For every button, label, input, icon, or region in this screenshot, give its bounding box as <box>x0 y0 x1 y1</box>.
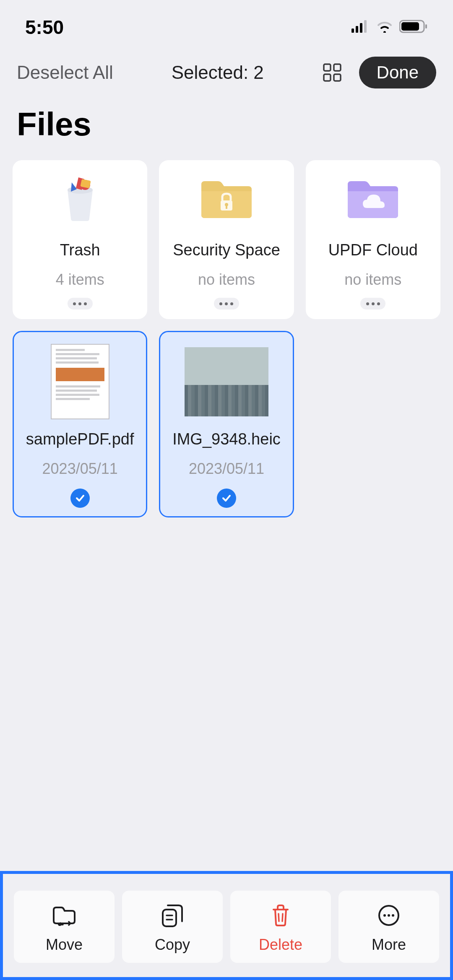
svg-rect-9 <box>324 74 331 81</box>
selected-check-icon[interactable] <box>217 489 236 508</box>
file-card-samplepdf[interactable]: samplePDF.pdf 2023/05/11 <box>13 331 147 517</box>
ellipsis-icon <box>73 302 87 305</box>
file-date: 2023/05/11 <box>189 460 264 478</box>
more-button[interactable] <box>214 298 239 309</box>
svg-rect-1 <box>356 26 358 33</box>
folder-card-cloud[interactable]: UPDF Cloud no items <box>306 160 440 319</box>
file-name: samplePDF.pdf <box>26 430 134 448</box>
cloud-folder-icon <box>339 173 406 224</box>
folder-name: Trash <box>60 241 100 259</box>
svg-rect-3 <box>364 20 367 33</box>
delete-icon <box>268 902 294 928</box>
status-bar: 5:50 <box>0 0 453 48</box>
svg-line-20 <box>279 914 279 921</box>
bottom-action-frame: Move Copy <box>0 871 453 980</box>
svg-rect-10 <box>334 74 341 81</box>
file-card-img9348[interactable]: IMG_9348.heic 2023/05/11 <box>159 331 294 517</box>
copy-button[interactable]: Copy <box>122 891 223 963</box>
ellipsis-icon <box>366 302 380 305</box>
selected-check-icon[interactable] <box>70 489 90 508</box>
page-title: Files <box>0 97 453 160</box>
security-folder-icon <box>193 173 260 224</box>
selected-count: Selected: 2 <box>122 62 314 83</box>
svg-rect-2 <box>360 23 362 33</box>
svg-point-25 <box>392 914 394 917</box>
folder-subtitle: no items <box>344 271 401 289</box>
svg-rect-0 <box>351 29 354 33</box>
action-bar: Move Copy <box>14 891 439 963</box>
file-name: IMG_9348.heic <box>172 430 281 448</box>
folder-card-trash[interactable]: Trash 4 items <box>13 160 147 319</box>
svg-rect-6 <box>425 24 427 29</box>
move-icon <box>51 902 77 928</box>
delete-button[interactable]: Delete <box>230 891 331 963</box>
pdf-thumbnail <box>38 344 122 419</box>
svg-point-23 <box>383 914 386 917</box>
svg-rect-17 <box>163 910 176 926</box>
files-grid: Trash 4 items Security Space no items <box>0 160 453 517</box>
svg-rect-5 <box>401 22 419 31</box>
deselect-all-button[interactable]: Deselect All <box>17 62 113 83</box>
status-time: 5:50 <box>25 16 64 39</box>
svg-line-21 <box>282 914 283 921</box>
top-toolbar: Deselect All Selected: 2 Done <box>0 48 453 97</box>
more-action-button[interactable]: More <box>338 891 439 963</box>
file-date: 2023/05/11 <box>42 460 118 478</box>
folder-card-security[interactable]: Security Space no items <box>159 160 294 319</box>
grid-view-icon[interactable] <box>322 62 342 83</box>
copy-icon <box>159 902 185 928</box>
status-icons <box>351 20 428 35</box>
folder-subtitle: 4 items <box>56 271 104 289</box>
wifi-icon <box>376 20 393 34</box>
ellipsis-icon <box>219 302 233 305</box>
folder-subtitle: no items <box>198 271 255 289</box>
trash-icon <box>47 173 114 224</box>
action-label: Copy <box>155 936 190 954</box>
folder-name: UPDF Cloud <box>328 241 418 259</box>
more-button[interactable] <box>360 298 385 309</box>
svg-rect-7 <box>324 64 331 71</box>
action-label: More <box>372 936 406 954</box>
action-label: Move <box>46 936 83 954</box>
action-label: Delete <box>259 936 302 954</box>
svg-rect-8 <box>334 64 341 71</box>
svg-rect-16 <box>226 205 227 209</box>
move-button[interactable]: Move <box>14 891 115 963</box>
done-button[interactable]: Done <box>359 57 436 88</box>
signal-icon <box>351 20 370 34</box>
battery-icon <box>399 20 428 35</box>
svg-point-24 <box>388 914 390 917</box>
image-thumbnail <box>185 344 268 419</box>
more-button[interactable] <box>68 298 93 309</box>
folder-name: Security Space <box>173 241 280 259</box>
more-icon <box>376 902 402 928</box>
